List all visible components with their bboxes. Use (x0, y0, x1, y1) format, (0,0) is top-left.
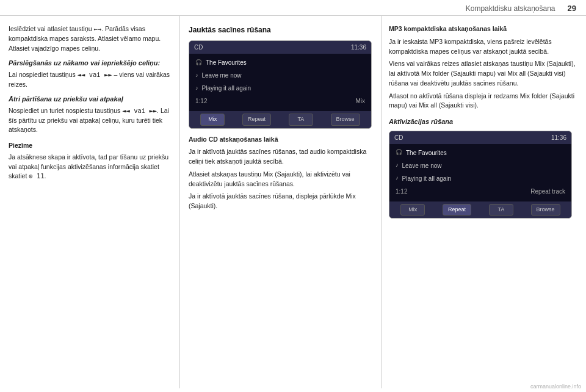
watermark: carmanualonline.info (530, 383, 581, 390)
right-para-2: Viens vai vairākas reizes atlasiet atska… (389, 59, 579, 88)
cd-header-1: CD 11:36 (189, 41, 371, 54)
progress-time-1: 1:12 (195, 96, 207, 106)
cd-progress-2: 1:12 Repeat track (389, 185, 571, 199)
track-label-1-2: Leave me now (202, 71, 242, 80)
header-page-number: 29 (568, 4, 576, 13)
cd-track-2-1: 🎧 The Favourites (389, 147, 571, 159)
left-heading-1: Pārslēgšanās uz nākamo vai iepriekšējo c… (9, 58, 172, 68)
mid-para-3: Atlasiet atskaņas taustiņu Mix (Sajaukti… (189, 170, 375, 189)
left-heading-2: Ātri pārtīšana uz priekšu vai atpakaļ (9, 94, 172, 104)
mid-para-2: Ja ir aktīvotā jauktās sacīnes rūšanas, … (189, 147, 375, 167)
note-icon-2-2: ♪ (396, 161, 399, 170)
cd-controls-2: Mix Repeat TA Browse (389, 201, 571, 219)
btn-ta-2[interactable]: TA (489, 204, 513, 216)
cd-track-2-3: ♪ Playing it all again (389, 172, 571, 185)
track-label-2-3: Playing it all again (402, 174, 452, 183)
page-container: Kompaktdisku atskaņošana 29 Ieslēdziet v… (0, 0, 586, 392)
note-icon-1-3: ♪ (195, 84, 198, 93)
btn-mix-2[interactable]: Mix (400, 204, 425, 216)
cd-tracks-2: 🎧 The Favourites ♪ Leave me now ♪ Playin… (389, 144, 571, 201)
cd-track-1-2: ♪ Leave me now (189, 69, 371, 82)
progress-time-2: 1:12 (396, 187, 407, 196)
cd-time-1: 11:36 (351, 43, 366, 52)
left-para-3: Nospiediet un turiet nospiestu taustiņus… (9, 106, 172, 135)
progress-label-2: Repeat track (530, 187, 565, 196)
mid-section-heading: Jauktās sacīnes rūšana (189, 24, 375, 35)
left-para-4: Ja atsāknese skapa ir aktīvota, tad par … (9, 153, 172, 181)
col-left: Ieslēdziet vai atlasiet taustiņu ←→. Par… (0, 16, 180, 388)
mid-para-1: Audio CD atskaņošanas laikā (189, 135, 375, 145)
track-label-1-3: Playing it all again (202, 84, 251, 93)
cd-track-1-1: 🎧 The Favourites (189, 56, 371, 69)
page-header: Kompaktdisku atskaņošana 29 (0, 0, 586, 16)
right-sub-heading: Aktīvizācijas rūšana (389, 117, 579, 127)
headphone-icon-2: 🎧 (396, 148, 402, 157)
btn-browse-2[interactable]: Browse (531, 204, 560, 216)
track-label-2-2: Leave me now (402, 161, 442, 170)
right-para-3: Atlasot no aktīvotā rūšana displeja ir r… (389, 92, 579, 111)
mid-para-4: Ja ir aktīvotā jauktās sacīnes rūšana, d… (189, 192, 375, 211)
progress-label-1: Mix (355, 96, 365, 106)
right-para-heading: MP3 kompaktdiska atskaņošanas laikā (389, 24, 579, 34)
col-right: MP3 kompaktdiska atskaņošanas laikā Ja i… (382, 16, 586, 388)
track-label-1-1: The Favourites (206, 58, 247, 67)
right-para-1: Ja ir ieskaista MP3 kompaktdiska, viens … (389, 37, 579, 57)
cd-controls-1: Mix Repeat TA Browse (189, 111, 371, 128)
cd-header-2: CD 11:36 (389, 131, 571, 144)
btn-repeat-2[interactable]: Repeat (443, 204, 471, 216)
headphone-icon-1: 🎧 (195, 59, 202, 67)
cd-track-2-2: ♪ Leave me now (389, 159, 571, 172)
cd-player-2: CD 11:36 🎧 The Favourites ♪ Leave me now… (389, 131, 572, 219)
btn-mix-1[interactable]: Mix (200, 114, 225, 126)
main-content: Ieslēdziet vai atlasiet taustiņu ←→. Par… (0, 16, 586, 388)
note-icon-2-3: ♪ (396, 174, 399, 183)
left-subheading-note: Piezīme (9, 141, 172, 151)
header-title: Kompaktdisku atskaņošana (466, 4, 555, 13)
cd-tracks-1: 🎧 The Favourites ♪ Leave me now ♪ Playin… (189, 54, 371, 111)
note-icon-1-2: ♪ (195, 71, 198, 80)
left-para-2: Lai nospiediet taustiņus ◄◄ vai ►► – vie… (9, 70, 172, 90)
track-label-2-1: The Favourites (406, 148, 447, 158)
cd-track-1-3: ♪ Playing it all again (189, 82, 371, 95)
col-mid: Jauktās sacīnes rūšana CD 11:36 🎧 The Fa… (180, 16, 382, 388)
left-para-1: Ieslēdziet vai atlasiet taustiņu ←→. Par… (9, 24, 172, 53)
cd-label-2: CD (394, 133, 403, 142)
btn-ta-1[interactable]: TA (289, 114, 313, 126)
btn-repeat-1[interactable]: Repeat (242, 114, 271, 126)
cd-time-2: 11:36 (551, 133, 566, 142)
cd-progress-1: 1:12 Mix (189, 95, 371, 109)
btn-browse-1[interactable]: Browse (331, 114, 360, 126)
cd-player-1: CD 11:36 🎧 The Favourites ♪ Leave me now… (189, 40, 372, 129)
cd-label-1: CD (194, 43, 203, 52)
